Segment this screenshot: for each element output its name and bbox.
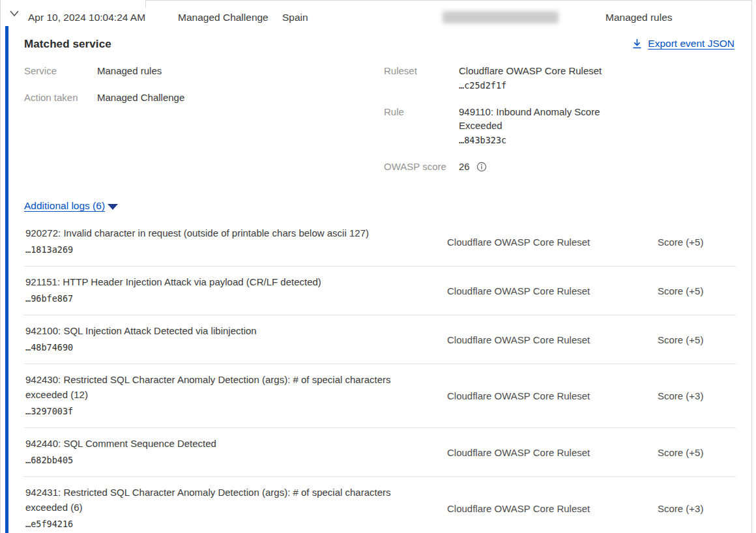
ruleset-name: Cloudflare OWASP Core Ruleset: [459, 65, 602, 76]
log-rule-title: 942431: Restricted SQL Character Anomaly…: [25, 485, 423, 515]
firewall-event-expanded-row: Apr 10, 2024 10:04:24 AM Managed Challen…: [0, 0, 752, 533]
detail-label: Rule: [384, 105, 459, 149]
detail-value: Managed rules: [97, 64, 162, 78]
log-score-cell: Score (+3): [658, 503, 703, 514]
log-rule-cell: 942430: Restricted SQL Character Anomaly…: [25, 372, 423, 420]
log-row: 921151: HTTP Header Injection Attack via…: [24, 266, 736, 315]
detail-value: Managed Challenge: [97, 91, 184, 104]
log-rule-cell: 942431: Restricted SQL Character Anomaly…: [25, 485, 423, 532]
info-icon[interactable]: [476, 162, 487, 172]
log-row: 942100: SQL Injection Attack Detected vi…: [24, 315, 736, 364]
log-ruleset-cell: Cloudflare OWASP Core Ruleset: [447, 334, 610, 345]
detail-value: 949110: Inbound Anomaly Score Exceeded ……: [459, 105, 622, 149]
log-ruleset-cell: Cloudflare OWASP Core Ruleset: [447, 447, 610, 458]
log-score-cell: Score (+3): [658, 390, 703, 401]
ruleset-id: …c25d2f1f: [459, 78, 622, 94]
log-rule-title: 921151: HTTP Header Injection Attack via…: [25, 274, 423, 289]
log-score-cell: Score (+5): [658, 334, 703, 345]
log-rule-id: …1813a269: [25, 242, 423, 258]
download-icon: [632, 38, 642, 49]
log-rule-id: …e5f94216: [25, 516, 423, 532]
log-score-cell: Score (+5): [658, 237, 703, 248]
log-rule-cell: 921151: HTTP Header Injection Attack via…: [25, 274, 423, 307]
export-event-json-link[interactable]: Export event JSON: [648, 38, 734, 50]
rule-id: …843b323c: [459, 132, 622, 149]
log-rule-title: 942440: SQL Comment Sequence Detected: [25, 436, 423, 451]
event-country: Spain: [282, 12, 308, 23]
log-rule-id: …48b74690: [25, 339, 423, 356]
page-title: Matched service: [24, 38, 111, 51]
detail-label: Ruleset: [384, 64, 459, 94]
detail-ruleset: Ruleset Cloudflare OWASP Core Ruleset …c…: [384, 64, 622, 94]
log-rule-id: …96bfe867: [25, 291, 423, 307]
matched-service-details: Service Managed rules Action taken Manag…: [24, 64, 736, 184]
additional-logs-link[interactable]: Additional logs (6): [24, 200, 105, 212]
detail-label: Action taken: [24, 91, 97, 104]
log-score-cell: Score (+5): [658, 285, 703, 296]
log-ruleset-cell: Cloudflare OWASP Core Ruleset: [447, 285, 610, 296]
log-score-cell: Score (+5): [658, 447, 703, 458]
chevron-down-icon[interactable]: [9, 8, 20, 18]
additional-logs-toggle[interactable]: Additional logs (6): [24, 200, 118, 212]
rule-name: 949110: Inbound Anomaly Score Exceeded: [459, 106, 600, 131]
log-rule-id: …3297003f: [25, 403, 423, 420]
log-rule-title: 942430: Restricted SQL Character Anomaly…: [25, 372, 423, 402]
caret-down-icon: [108, 204, 118, 210]
log-rule-id: …682bb405: [25, 452, 423, 468]
event-row[interactable]: Apr 10, 2024 10:04:24 AM Managed Challen…: [1, 0, 751, 26]
detail-label: Service: [24, 64, 97, 78]
export-event-json-button[interactable]: Export event JSON: [632, 38, 734, 50]
detail-owasp-score: OWASP score 26: [384, 160, 622, 173]
log-row: 942440: SQL Comment Sequence Detected …6…: [24, 428, 736, 477]
expanded-row-accent-bar: [5, 26, 8, 533]
event-detail-panel: Matched service Export event JSON Servic…: [1, 26, 751, 533]
event-action: Managed Challenge: [178, 12, 269, 23]
log-rule-title: 942100: SQL Injection Attack Detected vi…: [25, 323, 423, 338]
detail-action-taken: Action taken Managed Challenge: [24, 91, 384, 104]
log-row: 920272: Invalid character in request (ou…: [24, 218, 736, 266]
additional-logs-table: 920272: Invalid character in request (ou…: [24, 218, 736, 533]
redacted-host-value: [443, 11, 559, 23]
detail-rule: Rule 949110: Inbound Anomaly Score Excee…: [384, 105, 622, 149]
log-rule-cell: 920272: Invalid character in request (ou…: [25, 225, 423, 258]
log-row: 942431: Restricted SQL Character Anomaly…: [24, 477, 736, 533]
log-ruleset-cell: Cloudflare OWASP Core Ruleset: [447, 503, 610, 514]
log-row: 942430: Restricted SQL Character Anomaly…: [24, 364, 736, 428]
log-rule-title: 920272: Invalid character in request (ou…: [25, 225, 423, 240]
detail-service: Service Managed rules: [24, 64, 384, 78]
log-rule-cell: 942440: SQL Comment Sequence Detected …6…: [25, 436, 423, 468]
log-ruleset-cell: Cloudflare OWASP Core Ruleset: [447, 390, 610, 401]
owasp-score-value: 26: [459, 160, 470, 173]
event-timestamp: Apr 10, 2024 10:04:24 AM: [28, 12, 145, 23]
detail-label: OWASP score: [384, 160, 459, 173]
detail-value: Cloudflare OWASP Core Ruleset …c25d2f1f: [459, 64, 622, 94]
log-rule-cell: 942100: SQL Injection Attack Detected vi…: [25, 323, 423, 356]
event-service: Managed rules: [605, 12, 673, 23]
log-ruleset-cell: Cloudflare OWASP Core Ruleset: [447, 237, 610, 248]
